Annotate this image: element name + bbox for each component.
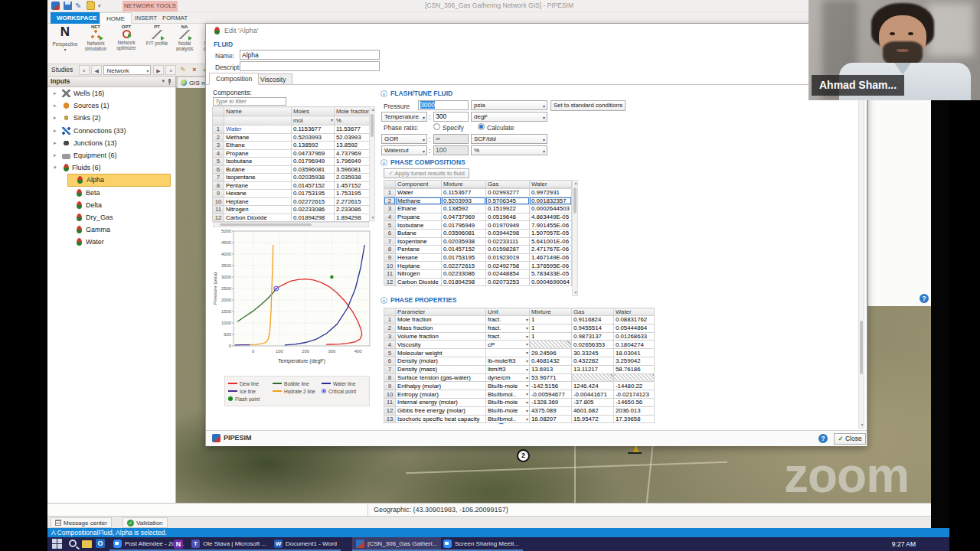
network-simulation-button[interactable]: NET Network simulation: [81, 24, 110, 63]
dropdown-caret-icon[interactable]: ▾: [526, 325, 528, 331]
table-cell[interactable]: dyne/cm▾: [486, 373, 530, 382]
table-cell[interactable]: 1.796949: [335, 158, 370, 166]
sidebar-item-fluid-gamma[interactable]: Gamma: [47, 223, 175, 236]
table-cell[interactable]: -142.5156: [530, 382, 572, 390]
table-cell[interactable]: 0.1153677: [442, 189, 486, 197]
table-cell[interactable]: 4375.089: [530, 406, 572, 415]
table-row[interactable]: 3Ethane0.1385920.15199220.0002644503: [384, 205, 572, 214]
pt-profile-button[interactable]: PT P/T profile: [142, 24, 172, 63]
table-row[interactable]: 2Methane0.52039930.57063450.001832357: [384, 197, 572, 205]
column-header[interactable]: Mixture: [530, 308, 572, 316]
row-number[interactable]: 8: [384, 246, 396, 254]
column-header[interactable]: Mixture: [442, 181, 486, 188]
table-row[interactable]: 6Density (molar)lb-mole/ft3▾0.46814320.4…: [384, 357, 655, 365]
table-cell[interactable]: 0.02233086: [292, 206, 335, 214]
table-row[interactable]: 6Butane0.035960813.596081: [213, 165, 370, 174]
dropdown-caret-icon[interactable]: ▾: [526, 408, 528, 413]
scroll-down-icon[interactable]: ▼: [573, 290, 579, 295]
row-number[interactable]: 11: [384, 398, 396, 406]
table-cell[interactable]: 0.0002644503: [530, 205, 572, 214]
row-number[interactable]: 6: [213, 165, 224, 174]
row-number[interactable]: 4: [384, 341, 396, 349]
table-cell[interactable]: Isochoric specific heat capacity: [396, 415, 486, 423]
file-explorer-icon[interactable]: [82, 540, 92, 548]
table-cell[interactable]: Hexane: [224, 190, 292, 198]
table-cell[interactable]: 52.03993: [335, 133, 370, 142]
scroll-thumb[interactable]: [573, 187, 577, 214]
pressure-field[interactable]: 3000: [418, 100, 469, 110]
table-cell[interactable]: cP▾: [486, 341, 530, 349]
dropdown-caret-icon[interactable]: ▾: [526, 358, 528, 364]
table-cell[interactable]: 0.01753195: [292, 190, 335, 198]
table-cell[interactable]: 0.01457152: [442, 246, 486, 254]
table-cell[interactable]: 7.901455E-06: [530, 221, 572, 230]
specify-radio[interactable]: [433, 123, 440, 130]
row-number[interactable]: 10: [213, 197, 224, 206]
column-header[interactable]: Unit: [486, 308, 530, 316]
table-cell[interactable]: Nitrogen: [224, 206, 292, 214]
moles-unit-combo[interactable]: mol▾: [292, 116, 335, 126]
watercut-unit-combo[interactable]: %▾: [471, 145, 547, 155]
row-number[interactable]: 12: [384, 406, 396, 415]
scroll-up-icon[interactable]: ▲: [573, 181, 579, 186]
row-number[interactable]: 2: [384, 324, 396, 332]
table-cell[interactable]: 0.02073253: [486, 278, 530, 286]
network-optimizer-button[interactable]: OPT Network optimizer: [112, 24, 141, 63]
table-cell[interactable]: Viscosity: [396, 341, 486, 349]
table-cell[interactable]: 0.4681432: [530, 357, 572, 365]
dropdown-caret-icon[interactable]: ▾: [526, 416, 528, 422]
table-cell[interactable]: Surface tension (gas-water): [396, 373, 486, 382]
nav-next-button[interactable]: ▶: [153, 65, 164, 75]
sidebar-item-wells[interactable]: ▸Wells (16): [47, 87, 175, 99]
table-cell[interactable]: 2.035938: [335, 174, 370, 182]
table-cell[interactable]: 0.02272615: [442, 262, 486, 270]
temperature-unit-combo[interactable]: degF▾: [471, 112, 547, 122]
dropdown-caret-icon[interactable]: ▾: [526, 350, 528, 355]
table-cell[interactable]: 13.6913: [530, 365, 572, 373]
table-cell[interactable]: Water: [224, 126, 292, 134]
table-cell[interactable]: Volume fraction: [396, 332, 486, 341]
table-cell[interactable]: Gibbs free energy (molar): [396, 406, 486, 415]
column-header[interactable]: Gas: [486, 181, 530, 188]
table-cell[interactable]: Carbon Dioxide: [224, 214, 292, 222]
nav-first-button[interactable]: «: [79, 65, 90, 75]
table-cell[interactable]: -0.00594677: [530, 390, 572, 399]
table-cell[interactable]: 4.737969: [335, 149, 370, 158]
column-header[interactable]: Gas: [572, 308, 614, 316]
table-cell[interactable]: 0.01970949: [486, 221, 530, 230]
table-cell[interactable]: 3.259042: [614, 357, 655, 365]
table-row[interactable]: 1Water0.11536770.029932770.9972931: [384, 189, 572, 197]
table-cell[interactable]: 0.04737969: [292, 149, 335, 158]
table-cell[interactable]: 13.8592: [335, 142, 370, 150]
help-icon[interactable]: ?: [818, 434, 828, 443]
row-number[interactable]: 12: [384, 278, 396, 286]
components-scrollbar[interactable]: ▲▼: [369, 106, 375, 221]
row-number[interactable]: 1: [384, 316, 396, 324]
row-number[interactable]: 9: [384, 253, 396, 262]
row-number[interactable]: 9: [384, 382, 396, 390]
table-cell[interactable]: Internal energy (molar): [396, 398, 486, 406]
table-cell[interactable]: 0.02233111: [486, 237, 530, 246]
component-filter-input[interactable]: [213, 97, 286, 106]
table-cell[interactable]: 0.01753195: [442, 253, 486, 262]
table-cell[interactable]: Density (mass): [396, 365, 486, 373]
table-row[interactable]: 2Methane0.520399352.03993: [213, 133, 370, 142]
table-cell[interactable]: Btu/lb-mole▾: [486, 406, 530, 415]
table-cell[interactable]: 0.432282: [572, 357, 614, 365]
table-cell[interactable]: Btu/lb-mole▾: [486, 382, 530, 390]
table-cell[interactable]: Entropy (molar): [396, 390, 486, 399]
table-row[interactable]: 9Hexane0.017531951.753195: [213, 190, 370, 198]
table-cell[interactable]: 29.24596: [530, 349, 572, 357]
table-cell[interactable]: 17.39658: [614, 415, 655, 423]
table-row[interactable]: 9Hexane0.017531950.019230191.467149E-06: [384, 253, 572, 262]
open-folder-icon[interactable]: [87, 2, 95, 10]
table-cell[interactable]: 0.02035938: [442, 237, 486, 246]
table-cell[interactable]: 2036.013: [614, 406, 655, 415]
table-cell[interactable]: fract.▾: [486, 324, 530, 332]
column-header[interactable]: Mole fraction: [335, 107, 370, 116]
taskbar-clock[interactable]: 9:27 AM: [892, 540, 916, 548]
filter-combo[interactable]: ▾: [442, 188, 486, 189]
table-cell[interactable]: -14480.22: [614, 382, 655, 390]
nodal-analysis-button[interactable]: NA Nodal analysis: [170, 24, 199, 63]
table-cell[interactable]: Ethane: [396, 205, 442, 214]
